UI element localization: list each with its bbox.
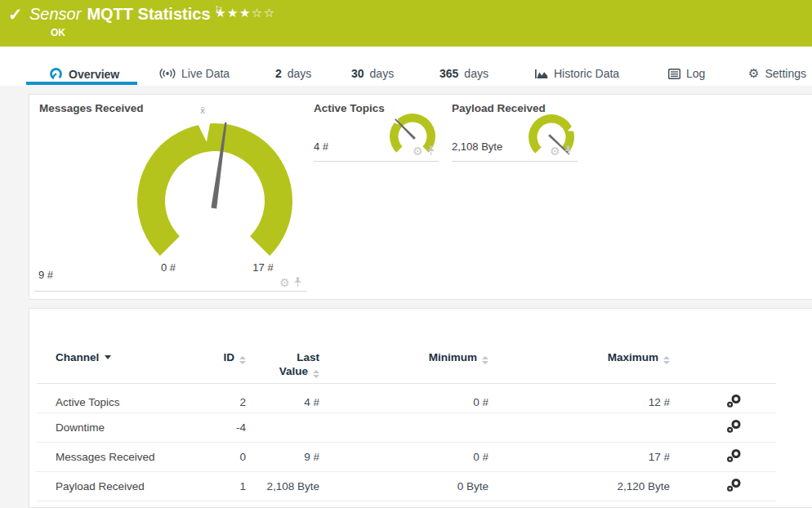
sort-icon [663, 356, 670, 364]
live-data-icon [159, 68, 176, 79]
table-row: Downtime -4 [37, 413, 776, 443]
payload-received-value: 2,108 Byte [452, 140, 502, 153]
sort-desc-icon [105, 355, 111, 359]
channel-last-value: 2,108 Byte [246, 472, 319, 501]
table-row: Active Topics 2 4 # 0 # 12 # [37, 384, 776, 413]
channel-minimum: 0 # [319, 443, 489, 472]
payload-received-widget-icons: ⚙ [550, 145, 573, 156]
channel-id: -4 [207, 413, 246, 443]
status-check-icon: ✓ [8, 5, 23, 25]
sort-icon [313, 370, 319, 378]
active-tab-underline [26, 82, 137, 85]
column-header-minimum[interactable]: Minimum [319, 345, 489, 384]
channel-name: Active Topics [37, 384, 207, 413]
tab-365-days-unit: days [464, 67, 489, 80]
sort-icon [239, 356, 246, 364]
gauge-max-label: 17 # [239, 261, 288, 274]
channel-name: Downtime [37, 413, 207, 443]
tab-settings[interactable]: ⚙ Settings [748, 67, 806, 80]
tab-2-days[interactable]: 2 days [275, 67, 311, 80]
channel-id: 0 [207, 443, 246, 472]
channel-minimum: 0 # [319, 384, 489, 413]
gauges-panel: Messages Received x̄ 0 # 17 # 9 # ⚙ Acti… [29, 94, 812, 300]
tab-30-days-unit: days [370, 67, 395, 80]
channel-maximum: 17 # [489, 443, 670, 472]
channel-id: 1 [207, 472, 246, 501]
stars-empty: ☆☆ [252, 6, 276, 20]
channel-minimum [319, 413, 489, 443]
gauge-icon [49, 67, 63, 81]
widget-pin-icon[interactable] [293, 277, 302, 287]
channel-minimum: 0 Byte [319, 472, 489, 501]
sensor-title-line: SensorMQTT Statistics⚐ [29, 4, 223, 24]
channel-id: 2 [207, 384, 246, 413]
tab-log[interactable]: Log [668, 67, 705, 80]
widget-divider [314, 161, 439, 162]
payload-received-gauge [522, 108, 581, 167]
channel-settings-icon[interactable] [726, 448, 742, 466]
tab-log-label: Log [686, 67, 705, 80]
channel-settings-icon[interactable] [726, 419, 742, 436]
channel-last-value [246, 413, 319, 443]
tab-30-days[interactable]: 30 days [351, 67, 394, 80]
channels-panel: Channel ID Last Value Minimum Maximum [29, 308, 812, 508]
active-topics-title: Active Topics [314, 102, 385, 114]
tab-live-data-label: Live Data [181, 67, 230, 80]
channel-name: Payload Received [37, 472, 207, 501]
column-header-id[interactable]: ID [207, 345, 246, 384]
tab-bar: Overview Live Data 2 days 30 days 365 da… [0, 47, 812, 86]
messages-received-widget-icons: ⚙ [279, 277, 302, 287]
sort-icon [482, 356, 489, 364]
channel-settings-icon[interactable] [726, 394, 742, 411]
tab-settings-label: Settings [765, 67, 806, 80]
historic-chart-icon [535, 69, 548, 79]
widget-divider [452, 161, 578, 162]
table-row: Payload Received 1 2,108 Byte 0 Byte 2,1… [37, 472, 776, 501]
table-row: Messages Received 0 9 # 0 # 17 # [37, 443, 776, 472]
channel-maximum [489, 413, 670, 443]
sensor-kind-label: Sensor [29, 5, 81, 23]
channel-name: Messages Received [37, 443, 207, 472]
gauge-min-label: 0 # [144, 261, 193, 274]
page-title: MQTT Statistics [87, 5, 210, 23]
column-header-channel[interactable]: Channel [37, 345, 207, 384]
tab-historic-data[interactable]: Historic Data [535, 67, 619, 80]
widget-pin-icon[interactable] [564, 145, 573, 156]
tab-30-days-number: 30 [351, 67, 364, 80]
channel-maximum: 12 # [489, 384, 670, 413]
widget-gear-icon[interactable]: ⚙ [550, 146, 560, 156]
channel-last-value: 9 # [246, 443, 319, 472]
tab-2-days-number: 2 [275, 67, 282, 80]
tab-365-days[interactable]: 365 days [439, 67, 489, 80]
tab-2-days-unit: days [288, 67, 312, 80]
column-header-maximum[interactable]: Maximum [489, 345, 670, 384]
active-topics-value: 4 # [314, 140, 328, 153]
active-topics-widget-icons: ⚙ [413, 145, 435, 156]
gear-icon: ⚙ [748, 68, 759, 79]
widget-gear-icon[interactable]: ⚙ [279, 278, 290, 287]
tab-historic-data-label: Historic Data [554, 67, 619, 80]
table-header-row: Channel ID Last Value Minimum Maximum [37, 345, 776, 384]
channel-settings-icon[interactable] [726, 478, 742, 495]
svg-text:x̄: x̄ [200, 105, 205, 115]
tab-live-data[interactable]: Live Data [159, 67, 230, 80]
sensor-header-banner: ✓ SensorMQTT Statistics⚐ ★★★☆☆ OK [0, 0, 812, 47]
column-header-actions [670, 345, 776, 384]
channels-table: Channel ID Last Value Minimum Maximum [37, 345, 776, 501]
tab-365-days-number: 365 [439, 67, 458, 80]
tab-overview[interactable]: Overview [49, 67, 119, 81]
column-header-last-value[interactable]: Last Value [246, 345, 319, 384]
channel-last-value: 4 # [246, 384, 319, 413]
widget-gear-icon[interactable]: ⚙ [413, 146, 423, 156]
messages-received-value: 9 # [38, 269, 53, 281]
status-badge: OK [51, 27, 65, 38]
tab-overview-label: Overview [69, 68, 119, 81]
widget-divider [34, 291, 307, 292]
messages-received-gauge: x̄ [123, 106, 306, 261]
channel-maximum: 2,120 Byte [489, 472, 670, 501]
priority-stars[interactable]: ★★★☆☆ [215, 6, 276, 20]
log-icon [668, 69, 680, 79]
stars-filled: ★★★ [215, 6, 252, 20]
widget-pin-icon[interactable] [426, 145, 435, 156]
